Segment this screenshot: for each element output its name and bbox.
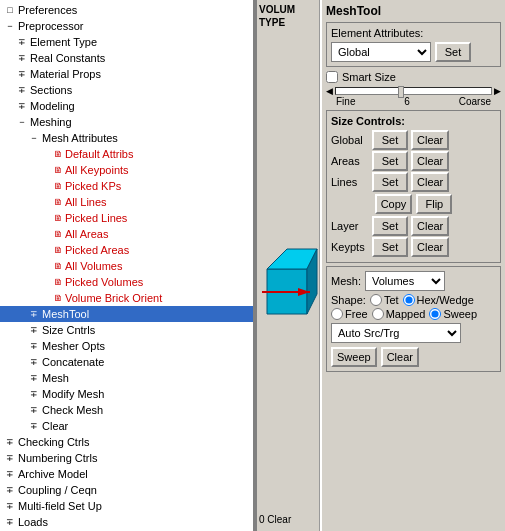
copy-button[interactable]: Copy xyxy=(375,194,413,214)
tree-label: All Lines xyxy=(65,195,107,209)
tree-item-meshing[interactable]: − Meshing xyxy=(0,114,253,130)
meshtool-title: MeshTool xyxy=(326,4,381,18)
smart-size-row: Smart Size xyxy=(326,71,501,83)
mapped-radio-label: Mapped xyxy=(372,308,426,320)
areas-clear-btn[interactable]: Clear xyxy=(411,151,449,171)
tree-item-mesh-attributes[interactable]: − Mesh Attributes xyxy=(0,130,253,146)
lines-clear-btn[interactable]: Clear xyxy=(411,172,449,192)
tree-item-real-constants[interactable]: ∓ Real Constants xyxy=(0,50,253,66)
tree-item-mesh[interactable]: ∓ Mesh xyxy=(0,370,253,386)
expand-icon xyxy=(40,148,52,160)
doc-icon: 🗎 xyxy=(54,163,63,177)
tree-item-all-areas[interactable]: 🗎 All Areas xyxy=(0,226,253,242)
clear-mesh-button[interactable]: Clear xyxy=(381,347,419,367)
sweep-radio[interactable] xyxy=(429,308,441,320)
mesh-select[interactable]: Volumes xyxy=(365,271,445,291)
lines-controls-row: Lines Set Clear xyxy=(331,172,496,192)
tree-item-all-keypoints[interactable]: 🗎 All Keypoints xyxy=(0,162,253,178)
tree-item-numbering-ctrls[interactable]: ∓ Numbering Ctrls xyxy=(0,450,253,466)
tree-label: Picked Lines xyxy=(65,211,127,225)
expand-icon xyxy=(40,292,52,304)
tree-item-coupling-ceqn[interactable]: ∓ Coupling / Ceqn xyxy=(0,482,253,498)
global-clear-btn[interactable]: Clear xyxy=(411,130,449,150)
slider-section: ◀ ▶ Fine 6 Coarse xyxy=(326,86,501,107)
layer-clear-btn[interactable]: Clear xyxy=(411,216,449,236)
smart-size-label: Smart Size xyxy=(342,71,396,83)
tree-item-element-type[interactable]: ∓ Element Type xyxy=(0,34,253,50)
tree-item-picked-volumes[interactable]: 🗎 Picked Volumes xyxy=(0,274,253,290)
tree-item-modify-mesh[interactable]: ∓ Modify Mesh xyxy=(0,386,253,402)
tree-item-default-attribs[interactable]: 🗎 Default Attribs xyxy=(0,146,253,162)
coarse-label: Coarse xyxy=(459,96,491,107)
mesh-volumes-row: Mesh: Volumes xyxy=(331,271,496,291)
expand-icon: ∓ xyxy=(4,436,16,448)
keypts-clear-btn[interactable]: Clear xyxy=(411,237,449,257)
tree-item-preprocessor[interactable]: − Preprocessor xyxy=(0,18,253,34)
mapped-radio[interactable] xyxy=(372,308,384,320)
tree-item-loads[interactable]: ∓ Loads xyxy=(0,514,253,530)
slider-value: 6 xyxy=(404,96,410,107)
lines-set-btn[interactable]: Set xyxy=(372,172,408,192)
tree-item-sections[interactable]: ∓ Sections xyxy=(0,82,253,98)
tree-item-concatenate[interactable]: ∓ Concatenate xyxy=(0,354,253,370)
tree-item-modeling[interactable]: ∓ Modeling xyxy=(0,98,253,114)
expand-icon xyxy=(40,196,52,208)
tree-item-meshtool[interactable]: ∓ MeshTool xyxy=(0,306,253,322)
layer-set-btn[interactable]: Set xyxy=(372,216,408,236)
shape-label: Shape: xyxy=(331,294,366,306)
expand-icon: − xyxy=(4,20,16,32)
auto-src-trg-select[interactable]: Auto Src/Trg xyxy=(331,323,461,343)
keypts-set-btn[interactable]: Set xyxy=(372,237,408,257)
expand-icon: ∓ xyxy=(28,308,40,320)
smart-size-checkbox[interactable] xyxy=(326,71,338,83)
tree-label: MeshTool xyxy=(42,307,89,321)
element-set-button[interactable]: Set xyxy=(435,42,471,62)
doc-icon: 🗎 xyxy=(54,179,63,193)
tet-radio[interactable] xyxy=(370,294,382,306)
type-label: TYPE xyxy=(259,17,317,28)
global-set-btn[interactable]: Set xyxy=(372,130,408,150)
tree-item-picked-kps[interactable]: 🗎 Picked KPs xyxy=(0,178,253,194)
global-select[interactable]: Global xyxy=(331,42,431,62)
slider-thumb[interactable] xyxy=(398,86,404,98)
expand-icon: ∓ xyxy=(28,356,40,368)
expand-icon: ∓ xyxy=(4,500,16,512)
tree-item-archive-model[interactable]: ∓ Archive Model xyxy=(0,466,253,482)
tree-label: Meshing xyxy=(30,115,72,129)
tree-item-multi-field[interactable]: ∓ Multi-field Set Up xyxy=(0,498,253,514)
tree-item-preferences[interactable]: □ Preferences xyxy=(0,2,253,18)
free-label: Free xyxy=(345,308,368,320)
tree-item-mesher-opts[interactable]: ∓ Mesher Opts xyxy=(0,338,253,354)
tree-label: Modeling xyxy=(30,99,75,113)
tree-container: □ Preferences − Preprocessor ∓ Element T… xyxy=(0,0,253,531)
hex-wedge-radio[interactable] xyxy=(403,294,415,306)
slider-track[interactable] xyxy=(335,87,492,95)
element-attributes-label: Element Attributes: xyxy=(331,27,496,39)
tree-item-size-cntrls[interactable]: ∓ Size Cntrls xyxy=(0,322,253,338)
tree-item-check-mesh[interactable]: ∓ Check Mesh xyxy=(0,402,253,418)
sweep-button[interactable]: Sweep xyxy=(331,347,377,367)
tree-label: Modify Mesh xyxy=(42,387,104,401)
doc-icon: 🗎 xyxy=(54,211,63,225)
tree-item-clear[interactable]: ∓ Clear xyxy=(0,418,253,434)
flip-button[interactable]: Flip xyxy=(416,194,452,214)
tree-item-checking-ctrls[interactable]: ∓ Checking Ctrls xyxy=(0,434,253,450)
free-radio[interactable] xyxy=(331,308,343,320)
expand-icon xyxy=(40,276,52,288)
tree-item-all-volumes[interactable]: 🗎 All Volumes xyxy=(0,258,253,274)
areas-set-btn[interactable]: Set xyxy=(372,151,408,171)
expand-icon: □ xyxy=(4,4,16,16)
left-arrow-icon[interactable]: ◀ xyxy=(326,86,333,96)
mesh-type-row: Free Mapped Sweep xyxy=(331,308,496,320)
tree-item-all-lines[interactable]: 🗎 All Lines xyxy=(0,194,253,210)
doc-icon: 🗎 xyxy=(54,291,63,305)
tree-label: Picked Volumes xyxy=(65,275,143,289)
tree-item-picked-lines[interactable]: 🗎 Picked Lines xyxy=(0,210,253,226)
tree-label: Mesh xyxy=(42,371,69,385)
tree-item-picked-areas[interactable]: 🗎 Picked Areas xyxy=(0,242,253,258)
tree-item-material-props[interactable]: ∓ Material Props xyxy=(0,66,253,82)
global-controls-row: Global Set Clear xyxy=(331,130,496,150)
right-arrow-icon[interactable]: ▶ xyxy=(494,86,501,96)
tree-item-volume-brick[interactable]: 🗎 Volume Brick Orient xyxy=(0,290,253,306)
expand-icon xyxy=(40,260,52,272)
